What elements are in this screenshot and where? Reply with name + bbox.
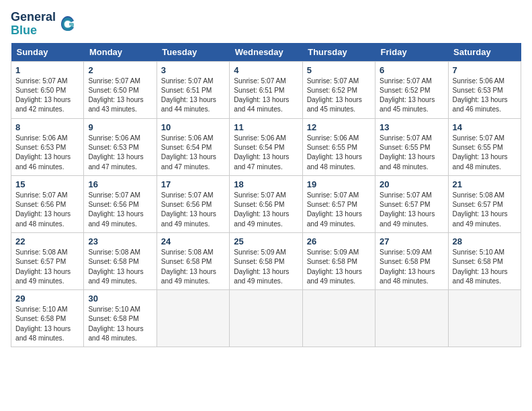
col-header-saturday: Saturday [448, 43, 521, 62]
day-info: Sunrise: 5:08 AMSunset: 6:57 PMDaylight:… [453, 191, 517, 229]
day-cell-10: 10Sunrise: 5:06 AMSunset: 6:54 PMDayligh… [157, 118, 229, 175]
day-info: Sunrise: 5:08 AMSunset: 6:57 PMDaylight:… [15, 248, 79, 286]
day-info: Sunrise: 5:07 AMSunset: 6:56 PMDaylight:… [161, 191, 225, 229]
day-info: Sunrise: 5:08 AMSunset: 6:58 PMDaylight:… [88, 248, 152, 286]
day-cell-12: 12Sunrise: 5:06 AMSunset: 6:55 PMDayligh… [302, 118, 375, 175]
week-row-1: 1Sunrise: 5:07 AMSunset: 6:50 PMDaylight… [11, 61, 521, 118]
day-number: 10 [161, 122, 225, 132]
day-number: 15 [15, 179, 79, 189]
day-info: Sunrise: 5:09 AMSunset: 6:58 PMDaylight:… [234, 248, 298, 286]
week-row-2: 8Sunrise: 5:06 AMSunset: 6:53 PMDaylight… [11, 118, 521, 175]
day-info: Sunrise: 5:07 AMSunset: 6:51 PMDaylight:… [161, 77, 225, 115]
empty-cell [157, 290, 229, 347]
day-number: 29 [15, 293, 79, 304]
day-cell-5: 5Sunrise: 5:07 AMSunset: 6:52 PMDaylight… [302, 61, 375, 118]
day-info: Sunrise: 5:07 AMSunset: 6:57 PMDaylight:… [380, 191, 443, 229]
day-cell-28: 28Sunrise: 5:10 AMSunset: 6:58 PMDayligh… [448, 232, 521, 289]
day-number: 6 [380, 65, 443, 75]
day-info: Sunrise: 5:06 AMSunset: 6:53 PMDaylight:… [15, 134, 79, 172]
day-number: 2 [88, 65, 152, 75]
day-info: Sunrise: 5:06 AMSunset: 6:55 PMDaylight:… [307, 134, 371, 172]
day-cell-29: 29Sunrise: 5:10 AMSunset: 6:58 PMDayligh… [11, 290, 84, 347]
day-number: 5 [307, 65, 371, 75]
col-header-thursday: Thursday [302, 43, 375, 62]
day-cell-19: 19Sunrise: 5:07 AMSunset: 6:57 PMDayligh… [302, 175, 375, 232]
day-info: Sunrise: 5:10 AMSunset: 6:58 PMDaylight:… [453, 248, 517, 286]
day-cell-16: 16Sunrise: 5:07 AMSunset: 6:56 PMDayligh… [84, 175, 157, 232]
day-info: Sunrise: 5:07 AMSunset: 6:55 PMDaylight:… [380, 134, 443, 172]
day-info: Sunrise: 5:09 AMSunset: 6:58 PMDaylight:… [380, 248, 443, 286]
day-number: 9 [88, 122, 152, 132]
day-info: Sunrise: 5:10 AMSunset: 6:58 PMDaylight:… [15, 305, 79, 343]
week-row-4: 22Sunrise: 5:08 AMSunset: 6:57 PMDayligh… [11, 232, 521, 289]
day-number: 18 [234, 179, 298, 189]
week-row-3: 15Sunrise: 5:07 AMSunset: 6:56 PMDayligh… [11, 175, 521, 232]
day-cell-2: 2Sunrise: 5:07 AMSunset: 6:50 PMDaylight… [84, 61, 157, 118]
col-header-wednesday: Wednesday [230, 43, 302, 62]
day-number: 19 [307, 179, 371, 189]
day-number: 27 [380, 236, 443, 246]
day-cell-20: 20Sunrise: 5:07 AMSunset: 6:57 PMDayligh… [375, 175, 448, 232]
day-number: 16 [88, 179, 152, 189]
day-cell-26: 26Sunrise: 5:09 AMSunset: 6:58 PMDayligh… [302, 232, 375, 289]
day-cell-9: 9Sunrise: 5:06 AMSunset: 6:53 PMDaylight… [84, 118, 157, 175]
day-cell-25: 25Sunrise: 5:09 AMSunset: 6:58 PMDayligh… [230, 232, 302, 289]
day-number: 12 [307, 122, 371, 132]
empty-cell [375, 290, 448, 347]
day-cell-8: 8Sunrise: 5:06 AMSunset: 6:53 PMDaylight… [11, 118, 84, 175]
page-header: GeneralBlue [11, 11, 521, 38]
day-number: 1 [15, 65, 79, 75]
day-cell-4: 4Sunrise: 5:07 AMSunset: 6:51 PMDaylight… [230, 61, 302, 118]
empty-cell [230, 290, 302, 347]
day-number: 28 [453, 236, 517, 246]
col-header-monday: Monday [84, 43, 157, 62]
day-info: Sunrise: 5:10 AMSunset: 6:58 PMDaylight:… [88, 305, 152, 343]
day-info: Sunrise: 5:07 AMSunset: 6:52 PMDaylight:… [307, 77, 371, 115]
day-info: Sunrise: 5:07 AMSunset: 6:50 PMDaylight:… [15, 77, 79, 115]
day-number: 14 [453, 122, 517, 132]
empty-cell [448, 290, 521, 347]
day-info: Sunrise: 5:06 AMSunset: 6:53 PMDaylight:… [88, 134, 152, 172]
logo-text: GeneralBlue [11, 11, 56, 38]
day-cell-11: 11Sunrise: 5:06 AMSunset: 6:54 PMDayligh… [230, 118, 302, 175]
day-info: Sunrise: 5:07 AMSunset: 6:55 PMDaylight:… [453, 134, 517, 172]
day-cell-21: 21Sunrise: 5:08 AMSunset: 6:57 PMDayligh… [448, 175, 521, 232]
empty-cell [302, 290, 375, 347]
day-cell-17: 17Sunrise: 5:07 AMSunset: 6:56 PMDayligh… [157, 175, 229, 232]
day-cell-3: 3Sunrise: 5:07 AMSunset: 6:51 PMDaylight… [157, 61, 229, 118]
day-cell-6: 6Sunrise: 5:07 AMSunset: 6:52 PMDaylight… [375, 61, 448, 118]
day-cell-30: 30Sunrise: 5:10 AMSunset: 6:58 PMDayligh… [84, 290, 157, 347]
col-header-sunday: Sunday [11, 43, 84, 62]
day-number: 4 [234, 65, 298, 75]
calendar-table: SundayMondayTuesdayWednesdayThursdayFrid… [11, 43, 521, 348]
day-cell-22: 22Sunrise: 5:08 AMSunset: 6:57 PMDayligh… [11, 232, 84, 289]
day-cell-27: 27Sunrise: 5:09 AMSunset: 6:58 PMDayligh… [375, 232, 448, 289]
day-number: 30 [88, 293, 152, 304]
week-row-5: 29Sunrise: 5:10 AMSunset: 6:58 PMDayligh… [11, 290, 521, 347]
day-cell-24: 24Sunrise: 5:08 AMSunset: 6:58 PMDayligh… [157, 232, 229, 289]
day-info: Sunrise: 5:06 AMSunset: 6:53 PMDaylight:… [453, 77, 517, 115]
day-info: Sunrise: 5:06 AMSunset: 6:54 PMDaylight:… [234, 134, 298, 172]
day-info: Sunrise: 5:07 AMSunset: 6:51 PMDaylight:… [234, 77, 298, 115]
logo: GeneralBlue [11, 11, 77, 38]
day-info: Sunrise: 5:08 AMSunset: 6:58 PMDaylight:… [161, 248, 225, 286]
day-info: Sunrise: 5:09 AMSunset: 6:58 PMDaylight:… [307, 248, 371, 286]
col-header-tuesday: Tuesday [157, 43, 229, 62]
logo-icon [58, 15, 77, 34]
day-cell-23: 23Sunrise: 5:08 AMSunset: 6:58 PMDayligh… [84, 232, 157, 289]
calendar-header-row: SundayMondayTuesdayWednesdayThursdayFrid… [11, 43, 521, 62]
day-number: 22 [15, 236, 79, 246]
day-cell-13: 13Sunrise: 5:07 AMSunset: 6:55 PMDayligh… [375, 118, 448, 175]
day-number: 26 [307, 236, 371, 246]
day-info: Sunrise: 5:06 AMSunset: 6:54 PMDaylight:… [161, 134, 225, 172]
day-number: 21 [453, 179, 517, 189]
day-cell-14: 14Sunrise: 5:07 AMSunset: 6:55 PMDayligh… [448, 118, 521, 175]
day-info: Sunrise: 5:07 AMSunset: 6:56 PMDaylight:… [15, 191, 79, 229]
day-cell-15: 15Sunrise: 5:07 AMSunset: 6:56 PMDayligh… [11, 175, 84, 232]
day-number: 24 [161, 236, 225, 246]
day-number: 7 [453, 65, 517, 75]
day-info: Sunrise: 5:07 AMSunset: 6:56 PMDaylight:… [234, 191, 298, 229]
day-number: 13 [380, 122, 443, 132]
day-info: Sunrise: 5:07 AMSunset: 6:52 PMDaylight:… [380, 77, 443, 115]
day-number: 11 [234, 122, 298, 132]
